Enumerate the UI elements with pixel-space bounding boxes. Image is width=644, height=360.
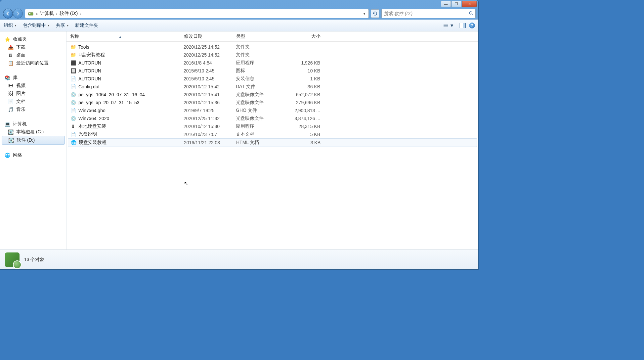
breadcrumb-dropdown[interactable]: ▾ [362, 12, 367, 16]
file-type: 文本文档 [236, 131, 287, 137]
file-row[interactable]: 📄Win7x64.gho2019/9/7 19:25GHO 文件2,900,81… [68, 107, 477, 114]
chevron-down-icon: ▼ [450, 23, 454, 28]
file-row[interactable]: 📁U盘安装教程2020/12/25 14:52文件夹 [68, 51, 477, 59]
file-row[interactable]: 🔲AUTORUN2015/5/10 2:45图标10 KB [68, 67, 477, 75]
preview-pane-button[interactable] [459, 23, 466, 28]
file-name: 硬盘安装教程 [79, 140, 184, 146]
sidebar-pictures[interactable]: 🖼图片 [0, 90, 66, 98]
include-in-library-menu[interactable]: 包含到库中▼ [23, 22, 50, 28]
file-type: 安装信息 [236, 76, 287, 82]
desktop-icon: 🖥 [8, 52, 14, 58]
file-size: 36 KB [287, 84, 320, 89]
forward-button[interactable] [13, 9, 23, 19]
breadcrumb-item[interactable]: 计算机 [39, 11, 55, 17]
file-date: 2016/10/23 7:07 [184, 132, 236, 137]
column-name[interactable]: 名称▲ [70, 33, 184, 39]
breadcrumb-sep-icon: ▸ [80, 12, 81, 16]
file-size: 10 KB [287, 68, 320, 73]
share-menu[interactable]: 共享▼ [56, 22, 69, 28]
sidebar-network: 🌐网络 [0, 151, 66, 159]
ico-icon: 🔲 [70, 68, 76, 74]
file-size: 1,926 KB [287, 60, 320, 66]
close-button[interactable]: ✕ [462, 1, 477, 7]
sidebar-documents[interactable]: 📄文档 [0, 98, 66, 106]
file-list: 名称▲ 修改日期 类型 大小 📁Tools2020/12/25 14:52文件夹… [66, 31, 478, 249]
disk-icon: 💽 [8, 129, 14, 135]
iso-icon: 💿 [70, 91, 76, 98]
sidebar-libraries-header[interactable]: 📚库 [0, 74, 66, 82]
sidebar-disk-c[interactable]: 💽本地磁盘 (C:) [0, 128, 66, 136]
column-size[interactable]: 大小 [287, 33, 321, 39]
file-row[interactable]: 📄Config.dat2020/10/12 15:42DAT 文件36 KB [68, 83, 477, 91]
file-date: 2015/5/10 2:45 [184, 76, 236, 81]
chevron-down-icon: ▼ [14, 24, 17, 27]
view-mode-button[interactable]: ▼ [441, 22, 456, 29]
file-date: 2020/10/12 15:42 [184, 84, 236, 89]
refresh-button[interactable] [371, 9, 379, 18]
file-name: AUTORUN [78, 60, 184, 66]
sidebar-videos[interactable]: 🎞视频 [0, 82, 66, 90]
search-input[interactable] [384, 11, 469, 16]
sidebar-downloads[interactable]: 📥下载 [0, 43, 66, 51]
sidebar-favorites: ⭐收藏夹 📥下载 🖥桌面 📋最近访问的位置 [0, 35, 66, 67]
sidebar-desktop[interactable]: 🖥桌面 [0, 51, 66, 59]
sidebar-network-header[interactable]: 🌐网络 [0, 151, 66, 159]
sidebar-recent[interactable]: 📋最近访问的位置 [0, 59, 66, 67]
sidebar-libraries: 📚库 🎞视频 🖼图片 📄文档 🎵音乐 [0, 74, 66, 113]
column-date[interactable]: 修改日期 [184, 33, 236, 39]
nav-arrows [3, 9, 23, 19]
sidebar-disk-d[interactable]: 💽软件 (D:) [2, 136, 65, 145]
file-type: 应用程序 [236, 123, 287, 129]
navbar: ▸ 计算机 ▸ 软件 (D:) ▸ ▾ [0, 8, 478, 20]
help-button[interactable]: ? [469, 22, 475, 28]
file-name: Win7x64.gho [78, 108, 184, 113]
searchbox[interactable] [381, 9, 476, 18]
file-row[interactable]: 📁Tools2020/12/25 14:52文件夹 [68, 43, 477, 51]
file-type: 光盘映像文件 [236, 100, 287, 106]
svg-line-3 [472, 14, 473, 15]
file-name: U盘安装教程 [78, 52, 184, 58]
file-name: AUTORUN [78, 68, 184, 73]
file-row[interactable]: 📄AUTORUN2015/5/10 2:45安装信息1 KB [68, 75, 477, 83]
sidebar-computer: 💻计算机 💽本地磁盘 (C:) 💽软件 (D:) [0, 120, 66, 145]
file-row[interactable]: 💿pe_yqs_1064_20_07_31_16_042020/10/12 15… [68, 91, 477, 99]
breadcrumb[interactable]: ▸ 计算机 ▸ 软件 (D:) ▸ ▾ [25, 9, 369, 18]
file-size: 279,696 KB [287, 100, 320, 105]
disk-icon: 💽 [8, 137, 14, 143]
maximize-button[interactable]: ❐ [451, 1, 461, 7]
breadcrumb-item[interactable]: 软件 (D:) [59, 11, 78, 17]
minimize-button[interactable]: — [441, 1, 451, 7]
back-button[interactable] [3, 9, 13, 19]
computer-icon: 💻 [4, 121, 10, 127]
organize-menu[interactable]: 组织▼ [4, 22, 17, 28]
arrow-right-icon [16, 12, 20, 16]
file-icon: 📄 [70, 107, 76, 114]
file-type: GHO 文件 [236, 108, 287, 113]
chevron-down-icon: ▼ [66, 24, 69, 27]
sidebar-music[interactable]: 🎵音乐 [0, 106, 66, 113]
new-folder-button[interactable]: 新建文件夹 [75, 22, 98, 28]
sidebar-favorites-header[interactable]: ⭐收藏夹 [0, 35, 66, 43]
inf-icon: 📄 [70, 75, 76, 82]
file-row[interactable]: 💿pe_yqs_xp_20_07_31_15_532020/10/12 15:3… [68, 99, 477, 107]
picture-icon: 🖼 [8, 91, 14, 97]
sidebar-computer-header[interactable]: 💻计算机 [0, 120, 66, 128]
file-type: 应用程序 [236, 60, 287, 66]
folder-icon: 📁 [70, 52, 76, 58]
file-row[interactable]: 🌐硬盘安装教程2016/11/21 22:03HTML 文档3 KB [68, 138, 477, 147]
file-row[interactable]: 💿Win7x64_20202020/12/25 11:32光盘映像文件3,874… [68, 114, 477, 122]
file-name: pe_yqs_xp_20_07_31_15_53 [78, 100, 184, 105]
iso-icon: 💿 [70, 115, 76, 122]
file-size: 2,900,813 ... [287, 108, 320, 113]
column-type[interactable]: 类型 [236, 33, 287, 39]
column-headers: 名称▲ 修改日期 类型 大小 [66, 31, 478, 42]
exe-icon: ⬛ [70, 60, 76, 66]
file-row[interactable]: ⬛AUTORUN2016/1/8 4:54应用程序1,926 KB [68, 59, 477, 67]
file-date: 2020/10/12 15:41 [184, 92, 236, 97]
file-rows: 📁Tools2020/12/25 14:52文件夹📁U盘安装教程2020/12/… [66, 42, 478, 148]
file-row[interactable]: 📄光盘说明2016/10/23 7:07文本文档5 KB [68, 130, 477, 138]
file-date: 2020/10/12 15:36 [184, 100, 236, 105]
file-row[interactable]: ⬇本地硬盘安装2020/10/12 15:30应用程序28,315 KB [68, 122, 477, 130]
drive-icon [28, 11, 34, 17]
file-name: Tools [78, 44, 184, 50]
